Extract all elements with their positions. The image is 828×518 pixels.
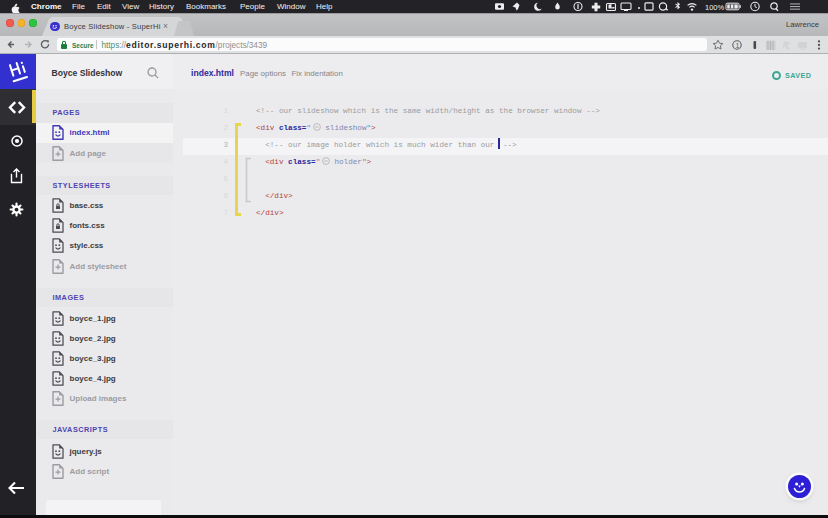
svg-text:100%: 100% <box>705 3 725 12</box>
svg-text:1: 1 <box>736 41 740 48</box>
